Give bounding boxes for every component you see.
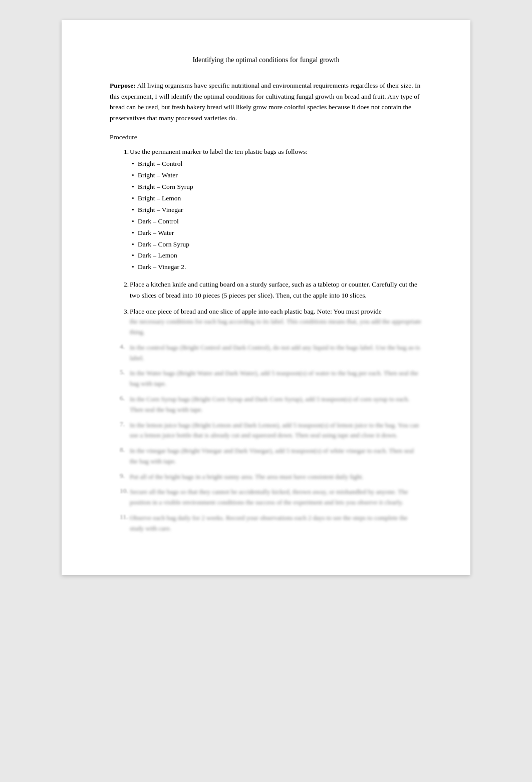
step-1-sublist: Bright – Control Bright – Water Bright –… bbox=[130, 158, 422, 273]
page-title: Identifying the optimal conditions for f… bbox=[110, 56, 422, 64]
purpose-label: Purpose: bbox=[110, 82, 136, 89]
step-9-content: Put all of the bright bags in a bright s… bbox=[130, 472, 422, 482]
document-page: Identifying the optimal conditions for f… bbox=[62, 20, 470, 575]
list-item: Dark – Water bbox=[130, 227, 422, 239]
procedure-step-4: 4. In the control bags (Bright Control a… bbox=[110, 343, 422, 364]
step-10-content: Secure all the bags so that they cannot … bbox=[130, 487, 422, 508]
procedure-step-11: 11. Observe each bag daily for 2 weeks. … bbox=[110, 513, 422, 534]
step-2-num: 2. bbox=[110, 279, 130, 290]
step-3-num: 3. bbox=[110, 306, 130, 317]
procedure-step-3: 3. Place one piece of bread and one slic… bbox=[110, 306, 422, 338]
list-item: Dark – Corn Syrup bbox=[130, 239, 422, 250]
step-1-content: Use the permanent marker to label the te… bbox=[130, 146, 422, 274]
procedure-step-9: 9. Put all of the bright bags in a brigh… bbox=[110, 472, 422, 482]
list-item: Bright – Lemon bbox=[130, 193, 422, 204]
step-2-content: Place a kitchen knife and cutting board … bbox=[130, 279, 422, 301]
purpose-paragraph: Purpose: All living organisms have speci… bbox=[110, 80, 422, 123]
step-5-content: In the Water bags (Bright Water and Dark… bbox=[130, 368, 422, 389]
list-item: Bright – Vinegar bbox=[130, 204, 422, 216]
step-3-content: Place one piece of bread and one slice o… bbox=[130, 306, 422, 338]
procedure-step-10: 10. Secure all the bags so that they can… bbox=[110, 487, 422, 508]
purpose-text: All living organisms have specific nutri… bbox=[110, 82, 420, 122]
step-1-num: 1. bbox=[110, 146, 130, 157]
step-8-content: In the vinegar bags (Bright Vinegar and … bbox=[130, 446, 422, 467]
list-item: Dark – Vinegar 2. bbox=[130, 262, 422, 273]
step-4-content: In the control bags (Bright Control and … bbox=[130, 343, 422, 364]
step-6-content: In the Corn Syrup bags (Bright Corn Syru… bbox=[130, 394, 422, 415]
procedure-step-1: 1. Use the permanent marker to label the… bbox=[110, 146, 422, 274]
step-1-text: Use the permanent marker to label the te… bbox=[130, 148, 308, 155]
step-7-content: In the lemon juice bags (Bright Lemon an… bbox=[130, 420, 422, 441]
list-item: Bright – Control bbox=[130, 158, 422, 170]
procedure-step-5: 5. In the Water bags (Bright Water and D… bbox=[110, 368, 422, 389]
blurred-steps-section: 4. In the control bags (Bright Control a… bbox=[110, 343, 422, 534]
procedure-list: 1. Use the permanent marker to label the… bbox=[110, 146, 422, 337]
procedure-step-6: 6. In the Corn Syrup bags (Bright Corn S… bbox=[110, 394, 422, 415]
list-item: Dark – Control bbox=[130, 216, 422, 227]
procedure-step-2: 2. Place a kitchen knife and cutting boa… bbox=[110, 279, 422, 301]
procedure-step-7: 7. In the lemon juice bags (Bright Lemon… bbox=[110, 420, 422, 441]
list-item: Bright – Corn Syrup bbox=[130, 181, 422, 193]
procedure-step-8: 8. In the vinegar bags (Bright Vinegar a… bbox=[110, 446, 422, 467]
step-3-blurred: the necessary conditions for each bag ac… bbox=[130, 317, 422, 338]
procedure-heading: Procedure bbox=[110, 133, 422, 141]
list-item: Dark – Lemon bbox=[130, 250, 422, 262]
step-3-text: Place one piece of bread and one slice o… bbox=[130, 308, 382, 315]
list-item: Bright – Water bbox=[130, 170, 422, 181]
step-11-content: Observe each bag daily for 2 weeks. Reco… bbox=[130, 513, 422, 534]
step-2-text: Place a kitchen knife and cutting board … bbox=[130, 281, 417, 299]
